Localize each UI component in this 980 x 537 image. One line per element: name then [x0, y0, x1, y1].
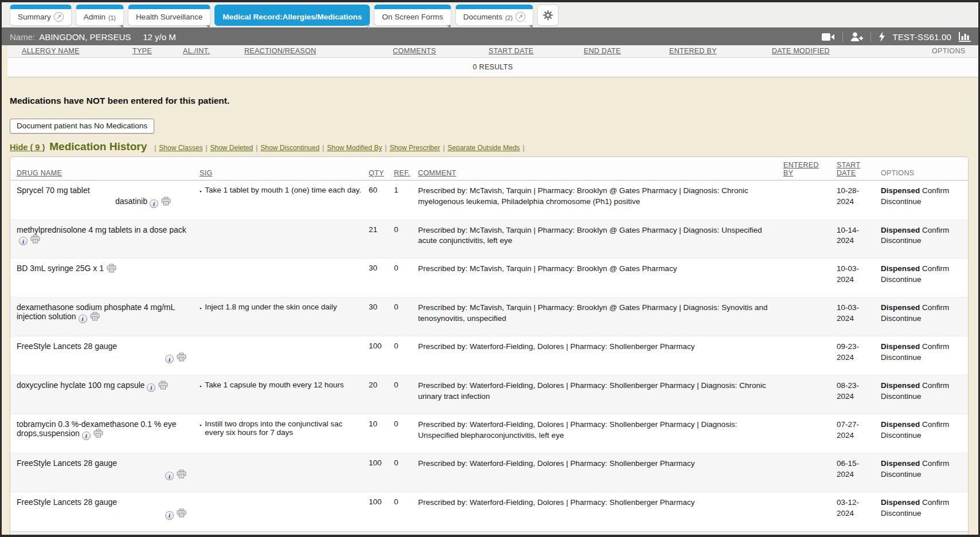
info-icon[interactable]: i: [165, 355, 174, 363]
col-header-comment[interactable]: COMMENT: [418, 169, 783, 177]
drug-name[interactable]: FreeStyle Lancets 28 gauge: [17, 342, 117, 351]
link-show-prescriber[interactable]: Show Prescriber: [389, 144, 440, 152]
drug-name[interactable]: FreeStyle Lancets 28 gauge: [17, 458, 117, 468]
print-icon[interactable]: [90, 312, 100, 321]
drug-name[interactable]: FreeStyle Lancets 28 gauge: [17, 497, 117, 507]
tab-admin[interactable]: Admin(1): [76, 5, 124, 26]
separator: |: [523, 144, 525, 152]
status-dispensed: Dispensed: [881, 459, 920, 468]
info-icon[interactable]: i: [82, 432, 91, 440]
option-link-discontinue[interactable]: Discontinue: [881, 275, 922, 284]
option-link-confirm[interactable]: Confirm: [922, 459, 949, 468]
options-cell: Dispensed Confirm Discontinue: [881, 381, 968, 402]
status-dispensed: Dispensed: [881, 303, 920, 312]
video-camera-icon[interactable]: [822, 33, 835, 41]
print-icon[interactable]: [107, 264, 116, 273]
col-header-entered-by[interactable]: ENTERED BY: [783, 161, 837, 177]
start-date-cell: 07-27-2024: [837, 420, 881, 441]
ref-cell: 0: [394, 342, 418, 364]
option-link-confirm[interactable]: Confirm: [922, 303, 949, 312]
option-link-confirm[interactable]: Confirm: [922, 342, 949, 351]
allergy-col-header-reaction-reason[interactable]: REACTION/REASON: [244, 47, 393, 55]
drug-name[interactable]: BD 3mL syringe 25G x 1: [17, 264, 104, 273]
option-link-discontinue[interactable]: Discontinue: [881, 197, 922, 206]
document-no-medications-button[interactable]: Document patient has No Medications: [10, 119, 154, 134]
entered-by-cell: [783, 497, 837, 520]
link-show-deleted[interactable]: Show Deleted: [210, 144, 253, 152]
tab-on-screen-forms[interactable]: On Screen Forms: [374, 5, 451, 26]
tab-health-surveillance[interactable]: Health Surveillance: [128, 5, 210, 26]
option-link-discontinue[interactable]: Discontinue: [881, 431, 922, 440]
drug-name[interactable]: Sprycel 70 mg tablet: [17, 186, 90, 195]
col-header-options: OPTIONS: [881, 169, 968, 177]
link-separate-outside-meds[interactable]: Separate Outside Meds: [448, 144, 520, 152]
col-header-qty[interactable]: QTY: [369, 169, 394, 177]
allergy-col-header-date-modified[interactable]: DATE MODIFIED: [772, 47, 897, 55]
option-link-confirm[interactable]: Confirm: [922, 381, 949, 390]
status-dispensed: Dispensed: [881, 264, 920, 273]
print-icon[interactable]: [177, 508, 186, 518]
allergy-col-header-type[interactable]: TYPE: [132, 47, 183, 55]
option-link-confirm[interactable]: Confirm: [922, 498, 949, 507]
info-icon[interactable]: i: [147, 383, 155, 392]
tab-medical-record-allergies-medications[interactable]: Medical Record:Allergies/Medications: [214, 5, 370, 26]
option-link-confirm[interactable]: Confirm: [922, 186, 949, 195]
print-icon[interactable]: [161, 197, 171, 206]
settings-button[interactable]: [537, 5, 559, 26]
col-header-ref[interactable]: REF.: [394, 169, 418, 177]
option-link-discontinue[interactable]: Discontinue: [881, 314, 922, 323]
qty-cell: 21: [369, 225, 394, 247]
entered-by-cell: [783, 381, 837, 402]
comment-cell: Prescribed by: McTavish, Tarquin | Pharm…: [418, 303, 783, 324]
allergy-col-header-end-date[interactable]: END DATE: [584, 47, 669, 55]
info-icon[interactable]: i: [150, 199, 158, 208]
history-links: |Show Classes|Show Deleted|Show Disconti…: [151, 142, 528, 152]
start-date-cell: 06-15-2024: [837, 458, 881, 481]
medication-row: dexamethasone sodium phosphate 4 mg/mL i…: [10, 297, 968, 336]
option-link-discontinue[interactable]: Discontinue: [881, 353, 922, 362]
status-dispensed: Dispensed: [881, 498, 920, 507]
drug-name[interactable]: methylprednisolone 4 mg tablets in a dos…: [17, 225, 186, 234]
print-icon[interactable]: [30, 234, 40, 244]
info-icon[interactable]: i: [79, 315, 87, 323]
link-show-discontinued[interactable]: Show Discontinued: [260, 144, 319, 152]
allergy-col-header-start-date[interactable]: START DATE: [489, 47, 584, 55]
option-link-discontinue[interactable]: Discontinue: [881, 509, 922, 518]
print-icon[interactable]: [177, 469, 186, 479]
option-link-discontinue[interactable]: Discontinue: [881, 470, 922, 479]
option-link-confirm[interactable]: Confirm: [922, 264, 949, 273]
allergy-col-header-entered-by[interactable]: ENTERED BY: [669, 47, 772, 55]
open-new-window-icon[interactable]: ↗: [516, 12, 525, 22]
tab-summary[interactable]: Summary↗: [10, 5, 72, 26]
col-header-start-date[interactable]: START DATE: [837, 161, 881, 177]
option-link-discontinue[interactable]: Discontinue: [881, 236, 922, 245]
ref-cell: 0: [394, 225, 418, 247]
link-show-classes[interactable]: Show Classes: [159, 144, 202, 152]
option-link-confirm[interactable]: Confirm: [922, 226, 949, 234]
generic-name: dasatinib: [115, 197, 147, 206]
open-new-window-icon[interactable]: ↗: [54, 12, 64, 22]
link-show-modified-by[interactable]: Show Modified By: [327, 144, 382, 152]
col-header-sig[interactable]: SIG: [200, 169, 369, 177]
drug-name[interactable]: doxycycline hyclate 100 mg capsule: [17, 381, 145, 390]
info-icon[interactable]: i: [19, 237, 28, 245]
allergy-col-header-al-int[interactable]: AL./INT.: [183, 47, 244, 55]
option-link-discontinue[interactable]: Discontinue: [881, 392, 922, 401]
lightning-icon[interactable]: [879, 32, 885, 42]
info-icon[interactable]: i: [165, 472, 174, 480]
print-icon[interactable]: [158, 381, 168, 390]
tab-documents[interactable]: Documents(2)↗: [455, 5, 533, 26]
hide-history-link[interactable]: Hide ( 9 ): [10, 143, 45, 152]
allergy-col-header-allergy-name[interactable]: ALLERGY NAME: [7, 47, 132, 55]
info-icon[interactable]: i: [165, 511, 174, 520]
qty-cell: 30: [369, 264, 394, 285]
comment-cell: Prescribed by: Waterford-Fielding, Dolor…: [418, 420, 783, 441]
print-icon[interactable]: [177, 352, 186, 362]
add-person-icon[interactable]: [850, 32, 863, 42]
print-icon[interactable]: [93, 429, 103, 438]
status-dispensed: Dispensed: [881, 186, 920, 195]
chart-icon[interactable]: [959, 32, 971, 42]
col-header-drug-name[interactable]: DRUG NAME: [10, 169, 200, 177]
allergy-col-header-comments[interactable]: COMMENTS: [393, 47, 489, 55]
option-link-confirm[interactable]: Confirm: [922, 420, 949, 429]
